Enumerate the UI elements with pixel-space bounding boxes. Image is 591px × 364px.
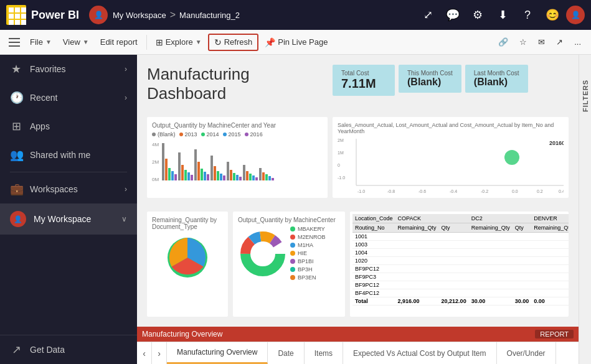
table-row: 100121 xyxy=(352,233,569,241)
top-icons: ⤢ 💬 ⚙ ⬇ ? 😊 👤 xyxy=(417,4,585,26)
dashboard-grid: Manufacturing Dashboard Total Cost 7.11M… xyxy=(147,65,569,317)
kpi-total-cost: Total Cost 7.11M xyxy=(333,65,395,96)
sidebar-item-recent[interactable]: 🕐 Recent › xyxy=(0,83,137,112)
tab-manufacturing-overview[interactable]: Manufacturing Overview xyxy=(167,342,268,364)
file-menu[interactable]: File ▼ xyxy=(25,35,57,49)
scatter-title: Sales_Amount_Actual, Lost_Amount_Actual … xyxy=(338,122,564,134)
sidebar-item-workspaces[interactable]: 💼 Workspaces › xyxy=(0,175,137,203)
view-menu[interactable]: View ▼ xyxy=(58,35,94,49)
svg-rect-36 xyxy=(268,176,271,180)
svg-rect-10 xyxy=(184,170,187,180)
sidebar-item-shared[interactable]: 👥 Shared with me xyxy=(0,141,137,169)
svg-point-40 xyxy=(504,150,519,165)
svg-rect-6 xyxy=(171,171,174,180)
scatter-chart-section: Sales_Amount_Actual, Lost_Amount_Actual … xyxy=(333,117,569,198)
svg-rect-23 xyxy=(227,162,229,180)
tab-next-button[interactable]: › xyxy=(152,342,167,364)
svg-rect-33 xyxy=(259,168,262,180)
table-row: BF9PC12 xyxy=(352,265,569,273)
dashboard-content: Manufacturing Dashboard Total Cost 7.11M… xyxy=(137,55,579,327)
tab-expected-vs-actual[interactable]: Expected Vs Actual Cost by Output Item xyxy=(343,342,496,364)
get-data-button[interactable]: ↗ Get Data xyxy=(0,335,137,364)
svg-rect-18 xyxy=(210,156,213,180)
chat-button[interactable]: 💬 xyxy=(442,4,464,26)
svg-text:2M: 2M xyxy=(152,159,159,165)
svg-rect-35 xyxy=(265,174,268,180)
share-button[interactable]: 🔗 xyxy=(493,35,513,49)
tab-over-under[interactable]: Over/Under xyxy=(497,342,556,364)
pin-live-page-button[interactable]: 📌 Pin Live Page xyxy=(260,35,333,50)
svg-rect-7 xyxy=(174,174,177,180)
export-button[interactable]: ↗ xyxy=(551,35,568,49)
svg-text:2M: 2M xyxy=(338,138,344,142)
sidebar-divider xyxy=(10,172,127,172)
svg-text:0.0: 0.0 xyxy=(512,189,518,194)
refresh-button[interactable]: ↻ Refresh xyxy=(208,34,259,51)
table-row: 102010 xyxy=(352,257,569,265)
svg-text:-0.2: -0.2 xyxy=(481,189,488,194)
my-workspace-arrow: ∨ xyxy=(121,215,127,223)
status-bar: Manufacturing Overview REPORT xyxy=(137,327,579,342)
svg-rect-3 xyxy=(162,143,164,180)
filters-panel[interactable]: FILTERS xyxy=(579,55,591,364)
apps-icon: ⊞ xyxy=(10,119,22,133)
sidebar-item-favorites[interactable]: ★ Favorites › xyxy=(0,55,137,83)
expand-button[interactable]: ⤢ xyxy=(417,4,439,26)
table-section: Location_Code COPACK DC2 DENVER DETROIT … xyxy=(350,212,569,317)
sidebar-item-my-workspace[interactable]: 👤 My Workspace ∨ xyxy=(0,203,137,235)
user-avatar-topbar[interactable]: 👤 xyxy=(89,6,108,24)
svg-rect-25 xyxy=(233,173,235,180)
table-row: BF4PC12 xyxy=(352,289,569,297)
breadcrumb: My Workspace > Manufacturing_2 xyxy=(113,9,412,21)
status-label: Manufacturing Overview xyxy=(142,330,222,338)
dashboard-title: Manufacturing Dashboard xyxy=(147,65,328,103)
more-options-button[interactable]: ... xyxy=(569,35,586,49)
tab-items[interactable]: Items xyxy=(305,342,343,364)
svg-text:-0.4: -0.4 xyxy=(450,189,457,194)
tab-prev-button[interactable]: ‹ xyxy=(137,342,152,364)
mail-button[interactable]: ✉ xyxy=(533,35,550,49)
svg-text:4M: 4M xyxy=(152,142,159,147)
svg-text:0.4: 0.4 xyxy=(559,189,564,194)
svg-rect-29 xyxy=(246,171,248,180)
sidebar: ★ Favorites › 🕐 Recent › ⊞ Apps 👥 Shared… xyxy=(0,55,137,364)
edit-report-button[interactable]: Edit report xyxy=(95,35,143,49)
sidebar-item-apps[interactable]: ⊞ Apps xyxy=(0,112,137,141)
svg-rect-32 xyxy=(255,177,258,180)
pie-chart-section: Remaining_Quantity by Document_Type xyxy=(147,212,228,317)
view-arrow: ▼ xyxy=(83,39,89,45)
svg-rect-27 xyxy=(239,177,242,180)
explore-arrow: ▼ xyxy=(196,39,202,45)
bookmark-button[interactable]: ☆ xyxy=(514,35,532,49)
main-layout: ★ Favorites › 🕐 Recent › ⊞ Apps 👥 Shared… xyxy=(0,55,591,364)
bar-chart-section: Output_Quantity by MachineCenter and Yea… xyxy=(147,117,328,198)
report-name: Manufacturing_2 xyxy=(179,11,240,20)
explore-menu[interactable]: ⊞ Explore ▼ xyxy=(151,35,207,50)
my-workspace-avatar: 👤 xyxy=(10,211,26,227)
workspace-link[interactable]: My Workspace xyxy=(113,11,166,20)
sidebar-bottom: ↗ Get Data xyxy=(0,335,137,364)
app-launcher-icon[interactable] xyxy=(6,5,26,25)
svg-rect-14 xyxy=(197,162,200,180)
svg-rect-22 xyxy=(223,175,225,180)
bottom-row: Remaining_Quantity by Document_Type Outp… xyxy=(147,212,569,317)
bar-chart-svg: 4M 2M 0M xyxy=(152,140,320,184)
tab-date[interactable]: Date xyxy=(268,342,304,364)
svg-text:-1.0: -1.0 xyxy=(357,189,365,194)
svg-text:-0.8: -0.8 xyxy=(387,189,395,194)
svg-rect-28 xyxy=(243,165,245,180)
hamburger-menu[interactable] xyxy=(5,33,24,52)
recent-arrow: › xyxy=(125,93,127,102)
smiley-button[interactable]: 😊 xyxy=(541,4,564,26)
settings-button[interactable]: ⚙ xyxy=(466,4,489,26)
help-button[interactable]: ? xyxy=(516,4,539,26)
status-badge: REPORT xyxy=(535,330,574,338)
scatter-svg: 2M 1M 0 -1.0 -1.0 -0.8 -0.6 -0.4 -0.2 0.… xyxy=(338,136,564,198)
user-avatar[interactable]: 👤 xyxy=(566,6,585,24)
svg-rect-5 xyxy=(168,168,171,180)
svg-rect-17 xyxy=(207,174,209,180)
table-total-row: Total2,916.0020,212.0030.0030.000.00201.… xyxy=(352,297,569,306)
breadcrumb-separator: > xyxy=(170,9,176,21)
download-button[interactable]: ⬇ xyxy=(491,4,514,26)
top-bar: Power BI 👤 My Workspace > Manufacturing_… xyxy=(0,0,591,30)
